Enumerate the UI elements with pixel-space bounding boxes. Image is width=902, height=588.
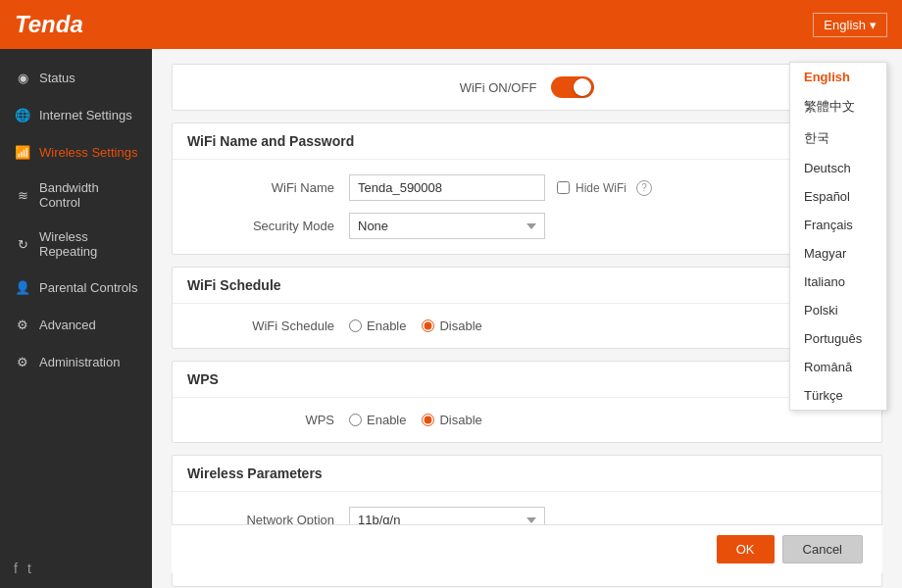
wifi-schedule-enable-radio[interactable] <box>349 319 362 332</box>
security-mode-select[interactable]: NoneWPA2-PSKWPA-PSKWEP <box>349 213 545 239</box>
wifi-schedule-enable-label[interactable]: Enable <box>349 318 406 333</box>
language-button[interactable]: English <box>813 13 887 37</box>
wps-enable-radio[interactable] <box>349 414 362 426</box>
wifi-schedule-disable-radio[interactable] <box>422 319 434 332</box>
wifi-schedule-enable-text: Enable <box>367 318 406 333</box>
sidebar-item-advanced[interactable]: ⚙Advanced <box>0 306 152 343</box>
lang-option-italiano[interactable]: Italiano <box>790 268 886 296</box>
wifi-toggle-label: WiFi ON/OFF <box>460 80 537 95</box>
wifi-toggle-section: WiFi ON/OFF <box>172 64 882 111</box>
wifi-schedule-row: WiFi Schedule Enable Disable <box>192 318 862 333</box>
lang-option-繁體中文[interactable]: 繁體中文 <box>790 91 886 122</box>
administration-icon: ⚙ <box>14 353 31 370</box>
wifi-name-row: WiFi Name Hide WiFi ? <box>192 174 862 201</box>
twitter-icon[interactable]: t <box>27 561 31 576</box>
footer-bar: OK Cancel <box>172 524 882 573</box>
hide-wifi-checkbox[interactable] <box>557 181 570 194</box>
header: Tenda English English繁體中文한국DeutschEspaño… <box>0 0 902 49</box>
lang-option-한국[interactable]: 한국 <box>790 122 886 154</box>
wifi-name-password-body: WiFi Name Hide WiFi ? Security Mode None… <box>173 160 881 254</box>
status-icon: ◉ <box>14 69 31 86</box>
wps-enable-label[interactable]: Enable <box>349 413 406 427</box>
security-mode-row: Security Mode NoneWPA2-PSKWPA-PSKWEP <box>192 213 862 239</box>
sidebar-item-label-bandwidth-control: Bandwidth Control <box>39 180 138 210</box>
sidebar-item-label-internet-settings: Internet Settings <box>39 108 132 122</box>
lang-option-deutsch[interactable]: Deutsch <box>790 154 886 182</box>
parental-controls-icon: 👤 <box>14 278 31 296</box>
lang-option-português[interactable]: Português <box>790 324 886 353</box>
ok-button[interactable]: OK <box>717 535 775 564</box>
lang-option-română[interactable]: Română <box>790 353 886 381</box>
lang-option-english[interactable]: English <box>790 63 886 91</box>
wps-title: WPS <box>173 362 881 398</box>
wireless-repeating-icon: ↻ <box>14 235 31 253</box>
wifi-toggle[interactable] <box>551 76 594 98</box>
help-icon[interactable]: ? <box>636 180 652 196</box>
wireless-parameters-title: Wireless Parameters <box>173 456 881 492</box>
wifi-name-input[interactable] <box>349 174 545 201</box>
sidebar-footer: f t <box>0 549 152 588</box>
sidebar-item-label-advanced: Advanced <box>39 318 96 332</box>
sidebar-item-parental-controls[interactable]: 👤Parental Controls <box>0 269 152 306</box>
sidebar-nav: ◉Status🌐Internet Settings📶Wireless Setti… <box>0 59 152 549</box>
facebook-icon[interactable]: f <box>14 561 18 576</box>
bandwidth-control-icon: ≋ <box>14 186 31 204</box>
wifi-name-password-title: WiFi Name and Password <box>173 123 881 160</box>
wps-enable-text: Enable <box>367 413 406 427</box>
wps-disable-label[interactable]: Disable <box>422 413 481 427</box>
wifi-schedule-section: WiFi Schedule WiFi Schedule Enable Disab… <box>172 267 882 349</box>
sidebar-item-internet-settings[interactable]: 🌐Internet Settings <box>0 96 152 133</box>
lang-option-polski[interactable]: Polski <box>790 296 886 324</box>
lang-option-magyar[interactable]: Magyar <box>790 239 886 268</box>
wifi-name-label: WiFi Name <box>192 180 349 195</box>
wifi-schedule-title: WiFi Schedule <box>173 268 881 304</box>
sidebar-item-label-wireless-settings: Wireless Settings <box>39 145 137 160</box>
cancel-button[interactable]: Cancel <box>782 535 863 564</box>
lang-option-français[interactable]: Français <box>790 211 886 239</box>
sidebar-item-bandwidth-control[interactable]: ≋Bandwidth Control <box>0 171 152 220</box>
wifi-schedule-disable-text: Disable <box>439 318 481 333</box>
sidebar-item-status[interactable]: ◉Status <box>0 59 152 96</box>
sidebar-item-label-status: Status <box>39 71 75 85</box>
security-mode-label: Security Mode <box>192 219 349 233</box>
hide-wifi-area: Hide WiFi ? <box>557 180 652 196</box>
hide-wifi-label: Hide WiFi <box>576 181 626 195</box>
lang-option-español[interactable]: Español <box>790 182 886 211</box>
wifi-schedule-label: WiFi Schedule <box>192 318 349 333</box>
wireless-settings-icon: 📶 <box>14 143 31 161</box>
wifi-schedule-disable-label[interactable]: Disable <box>422 318 481 333</box>
wps-row: WPS Enable Disable <box>192 413 862 427</box>
sidebar-item-label-administration: Administration <box>39 355 120 369</box>
wps-label: WPS <box>192 413 349 427</box>
wps-section: WPS WPS Enable Disable <box>172 361 882 443</box>
wifi-schedule-body: WiFi Schedule Enable Disable <box>173 304 881 348</box>
language-dropdown: English繁體中文한국DeutschEspañolFrançaisMagya… <box>789 62 887 411</box>
wifi-schedule-radio-group: Enable Disable <box>349 318 482 333</box>
lang-option-türkçe[interactable]: Türkçe <box>790 381 886 410</box>
sidebar-item-wireless-repeating[interactable]: ↻Wireless Repeating <box>0 220 152 269</box>
wps-radio-group: Enable Disable <box>349 413 482 427</box>
sidebar-item-administration[interactable]: ⚙Administration <box>0 343 152 380</box>
sidebar-item-wireless-settings[interactable]: 📶Wireless Settings <box>0 133 152 171</box>
main-layout: ◉Status🌐Internet Settings📶Wireless Setti… <box>0 49 902 588</box>
sidebar-item-label-wireless-repeating: Wireless Repeating <box>39 229 138 259</box>
internet-settings-icon: 🌐 <box>14 106 31 123</box>
wps-body: WPS Enable Disable <box>173 398 881 442</box>
logo: Tenda <box>15 11 83 38</box>
sidebar-item-label-parental-controls: Parental Controls <box>39 280 137 295</box>
wps-disable-text: Disable <box>439 413 481 427</box>
advanced-icon: ⚙ <box>14 316 31 333</box>
sidebar: ◉Status🌐Internet Settings📶Wireless Setti… <box>0 49 152 588</box>
wifi-name-password-section: WiFi Name and Password WiFi Name Hide Wi… <box>172 122 882 255</box>
wps-disable-radio[interactable] <box>422 414 434 426</box>
